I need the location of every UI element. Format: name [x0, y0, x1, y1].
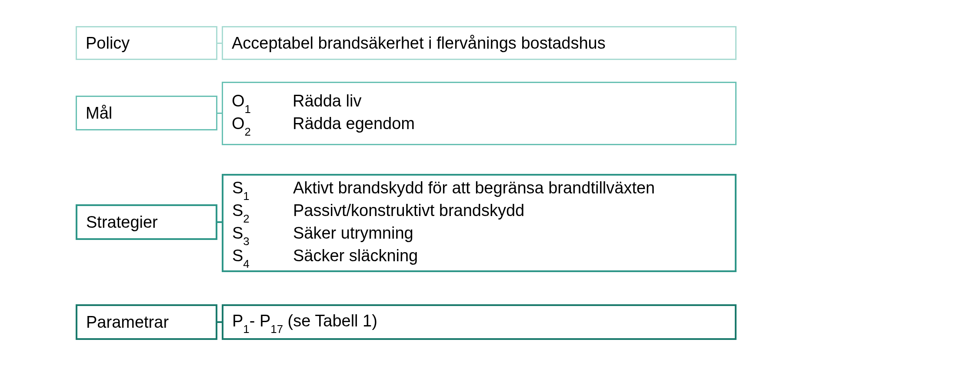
label-box-parametrar: Parametrar	[76, 304, 217, 340]
list-item: S3Säker utrymning	[232, 223, 413, 246]
label-text-policy: Policy	[86, 34, 130, 53]
content-text-policy: Acceptabel brandsäkerhet i flervånings b…	[232, 34, 606, 53]
label-box-strategier: Strategier	[76, 204, 217, 240]
label-text-parametrar: Parametrar	[86, 313, 169, 332]
item-id: S3	[232, 223, 293, 246]
list-item: S2Passivt/konstruktivt brandskydd	[232, 200, 524, 223]
list-item: S1Aktivt brandskydd för att begränsa bra…	[232, 178, 655, 200]
item-text: Rädda egendom	[293, 113, 415, 133]
item-id: O1	[232, 91, 293, 113]
content-box-parametrar: P1- P17 (se Tabell 1)	[222, 304, 737, 340]
label-box-policy: Policy	[76, 26, 217, 60]
item-text: Passivt/konstruktivt brandskydd	[293, 200, 524, 220]
list-item: S4Säcker släckning	[232, 246, 418, 268]
item-text: Säker utrymning	[293, 223, 413, 243]
content-box-mal: O1Rädda livO2Rädda egendom	[222, 82, 737, 145]
content-box-policy: Acceptabel brandsäkerhet i flervånings b…	[222, 26, 737, 60]
item-text: Aktivt brandskydd för att begränsa brand…	[293, 178, 655, 198]
item-id: S1	[232, 178, 293, 200]
item-id: S2	[232, 200, 293, 223]
content-box-strategier: S1Aktivt brandskydd för att begränsa bra…	[222, 174, 737, 272]
label-text-strategier: Strategier	[86, 213, 158, 232]
list-item: O1Rädda liv	[232, 91, 361, 113]
label-text-mal: Mål	[86, 104, 112, 123]
item-id: S4	[232, 246, 293, 268]
item-id: O2	[232, 113, 293, 136]
list-item: O2Rädda egendom	[232, 113, 415, 136]
content-range-parametrar: P1- P17 (se Tabell 1)	[232, 312, 377, 333]
item-text: Säcker släckning	[293, 246, 418, 266]
label-box-mal: Mål	[76, 96, 217, 130]
item-text: Rädda liv	[293, 91, 361, 111]
